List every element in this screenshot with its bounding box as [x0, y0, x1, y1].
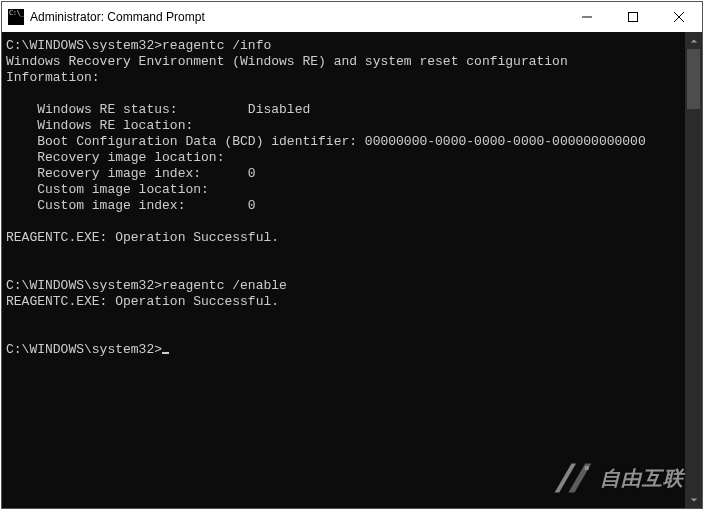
output-line: Information:: [6, 70, 681, 86]
minimize-button[interactable]: [564, 2, 610, 32]
output-line: Custom image location:: [6, 182, 681, 198]
output-line: [6, 86, 681, 102]
output-line: Windows RE status: Disabled: [6, 102, 681, 118]
scroll-thumb[interactable]: [687, 49, 700, 109]
output-line: [6, 262, 681, 278]
window-title: Administrator: Command Prompt: [30, 10, 205, 24]
output-line: [6, 310, 681, 326]
output-line: Windows RE location:: [6, 118, 681, 134]
output-line: REAGENTC.EXE: Operation Successful.: [6, 230, 681, 246]
svg-rect-0: [629, 13, 638, 22]
command-text: reagentc /enable: [162, 278, 287, 293]
prompt-path: C:\WINDOWS\system32>: [6, 38, 162, 53]
prompt-path: C:\WINDOWS\system32>: [6, 278, 162, 293]
cmd-icon: [8, 9, 24, 25]
output-line: [6, 326, 681, 342]
output-line: [6, 214, 681, 230]
terminal-output[interactable]: C:\WINDOWS\system32>reagentc /infoWindow…: [2, 32, 685, 508]
command-text: reagentc /info: [162, 38, 271, 53]
output-line: Boot Configuration Data (BCD) identifier…: [6, 134, 681, 150]
output-line: Recovery image location:: [6, 150, 681, 166]
output-line: REAGENTC.EXE: Operation Successful.: [6, 294, 681, 310]
cursor-icon: [162, 352, 169, 354]
output-line: Windows Recovery Environment (Windows RE…: [6, 54, 681, 70]
output-line: [6, 246, 681, 262]
output-line: Custom image index: 0: [6, 198, 681, 214]
titlebar[interactable]: Administrator: Command Prompt: [2, 2, 702, 32]
close-button[interactable]: [656, 2, 702, 32]
scroll-up-button[interactable]: [685, 32, 702, 49]
vertical-scrollbar[interactable]: [685, 32, 702, 508]
scroll-down-button[interactable]: [685, 491, 702, 508]
maximize-button[interactable]: [610, 2, 656, 32]
prompt-path: C:\WINDOWS\system32>: [6, 342, 162, 357]
client-area: C:\WINDOWS\system32>reagentc /infoWindow…: [2, 32, 702, 508]
output-line: Recovery image index: 0: [6, 166, 681, 182]
command-prompt-window: Administrator: Command Prompt C:\WINDOWS…: [1, 1, 703, 509]
